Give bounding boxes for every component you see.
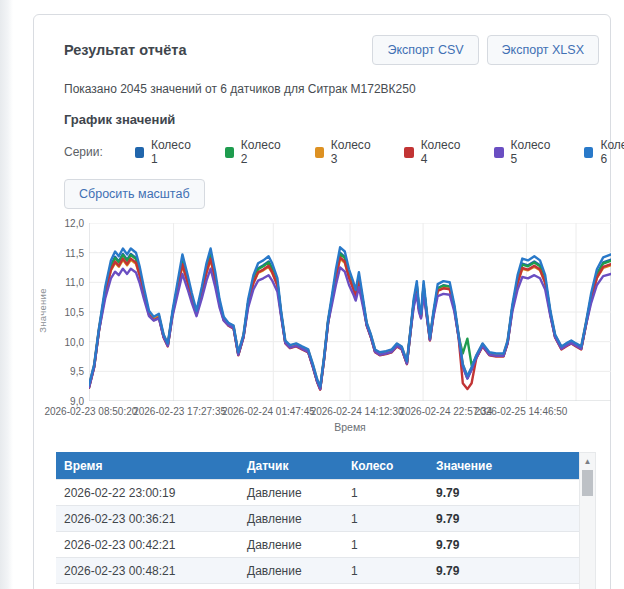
export-buttons: Экспорт CSV Экспорт XLSX bbox=[372, 35, 599, 65]
legend-item-label: Колесо 2 bbox=[241, 138, 283, 166]
table-cell: 1 bbox=[343, 486, 428, 500]
table-cell: Давление bbox=[239, 564, 343, 578]
table-row: 2026-02-22 23:00:19Давление19.79 bbox=[56, 479, 579, 505]
column-header-0: Время bbox=[56, 459, 239, 473]
table-cell: 2026-02-23 00:42:21 bbox=[56, 538, 239, 552]
export-csv-button[interactable]: Экспорт CSV bbox=[372, 35, 478, 65]
values-table: ВремяДатчикКолесоЗначение 2026-02-22 23:… bbox=[56, 452, 596, 589]
x-tick-label: 2026-02-24 14:12:30 bbox=[311, 406, 404, 417]
table-row: 2026-02-23 00:42:21Давление19.79 bbox=[56, 531, 579, 557]
y-tick-label: 11,5 bbox=[42, 248, 84, 259]
x-tick-label: 2026-02-25 14:46:50 bbox=[475, 406, 568, 417]
table-cell: 2026-02-23 00:36:21 bbox=[56, 512, 239, 526]
table-cell: Давление bbox=[239, 512, 343, 526]
legend-item-wheel-5[interactable]: Колесо 5 bbox=[494, 138, 552, 166]
report-summary-text: Показано 2045 значений от 6 датчиков для… bbox=[64, 82, 610, 96]
table-cell: 9.79 bbox=[428, 512, 579, 526]
legend-item-label: Колесо 4 bbox=[421, 138, 463, 166]
page-title: Результат отчёта bbox=[64, 42, 187, 58]
table-cell: 9.79 bbox=[428, 486, 579, 500]
legend-swatch-icon bbox=[315, 147, 324, 158]
legend-swatch-icon bbox=[404, 147, 413, 158]
table-cell: 2026-02-22 23:00:19 bbox=[56, 486, 239, 500]
page: { "header": { "title": "Результат отчёта… bbox=[0, 0, 624, 589]
y-tick-label: 9,5 bbox=[42, 366, 84, 377]
y-tick-label: 12,0 bbox=[42, 218, 84, 229]
page-left-gutter bbox=[0, 0, 13, 589]
table-cell: 9.79 bbox=[428, 564, 579, 578]
table-cell: 1 bbox=[343, 564, 428, 578]
y-tick-label: 10,5 bbox=[42, 307, 84, 318]
legend-swatch-icon bbox=[135, 147, 144, 158]
export-xlsx-button[interactable]: Экспорт XLSX bbox=[487, 35, 599, 65]
x-axis-title: Время bbox=[89, 421, 611, 433]
column-header-1: Датчик bbox=[239, 459, 343, 473]
legend-item-label: Колесо 1 bbox=[151, 138, 193, 166]
x-tick-label: 2026-02-23 17:27:35 bbox=[133, 406, 226, 417]
reset-zoom-row: Сбросить масштаб bbox=[64, 179, 610, 209]
table-row: 2026-02-23 00:36:21Давление19.79 bbox=[56, 505, 579, 531]
chart-section-title: График значений bbox=[64, 112, 610, 127]
values-table-grid: ВремяДатчикКолесоЗначение 2026-02-22 23:… bbox=[56, 452, 579, 589]
legend-item-wheel-3[interactable]: Колесо 3 bbox=[315, 138, 373, 166]
legend-swatch-icon bbox=[225, 147, 234, 158]
legend-swatch-icon bbox=[584, 147, 593, 158]
legend-series-label: Серии: bbox=[64, 145, 103, 159]
report-card-header: Результат отчёта Экспорт CSV Экспорт XLS… bbox=[34, 15, 610, 65]
y-tick-label: 10,0 bbox=[42, 337, 84, 348]
report-card: Результат отчёта Экспорт CSV Экспорт XLS… bbox=[33, 14, 611, 589]
table-header-row: ВремяДатчикКолесоЗначение bbox=[56, 452, 579, 479]
reset-zoom-button[interactable]: Сбросить масштаб bbox=[64, 179, 205, 209]
table-cell: Давление bbox=[239, 486, 343, 500]
x-tick-label: 2026-02-23 08:50:20 bbox=[44, 406, 137, 417]
table-row: 2026-02-23 00:48:21Давление19.79 bbox=[56, 557, 579, 583]
table-cell: Давление bbox=[239, 538, 343, 552]
chart-plot-area[interactable] bbox=[89, 223, 611, 401]
chart-legend: Серии: Колесо 1Колесо 2Колесо 3Колесо 4К… bbox=[64, 138, 610, 166]
column-header-2: Колесо bbox=[343, 459, 428, 473]
table-cell: 2026-02-23 00:48:21 bbox=[56, 564, 239, 578]
y-tick-label: 11,0 bbox=[42, 277, 84, 288]
scrollbar-thumb[interactable] bbox=[582, 470, 593, 496]
legend-item-label: Колесо 3 bbox=[331, 138, 373, 166]
legend-item-wheel-6[interactable]: Колесо 6 bbox=[584, 138, 624, 166]
table-cell: 9.79 bbox=[428, 538, 579, 552]
legend-item-wheel-1[interactable]: Колесо 1 bbox=[135, 138, 193, 166]
legend-swatch-icon bbox=[494, 147, 503, 158]
values-chart: Значение Время 12,011,511,010,510,09,59,… bbox=[34, 217, 610, 437]
legend-item-label: Колесо 6 bbox=[600, 138, 624, 166]
x-tick-label: 2026-02-24 01:47:45 bbox=[222, 406, 315, 417]
legend-item-wheel-2[interactable]: Колесо 2 bbox=[225, 138, 283, 166]
column-header-3: Значение bbox=[428, 459, 579, 473]
table-cell: 1 bbox=[343, 512, 428, 526]
scrollbar-up-arrow-icon[interactable]: ▲ bbox=[580, 453, 595, 469]
legend-item-label: Колесо 5 bbox=[511, 138, 553, 166]
table-scrollbar[interactable]: ▲ bbox=[579, 452, 596, 589]
legend-item-wheel-4[interactable]: Колесо 4 bbox=[404, 138, 462, 166]
table-row: 2026-02-23 00:54:21Давление19.79 bbox=[56, 583, 579, 589]
table-cell: 1 bbox=[343, 538, 428, 552]
